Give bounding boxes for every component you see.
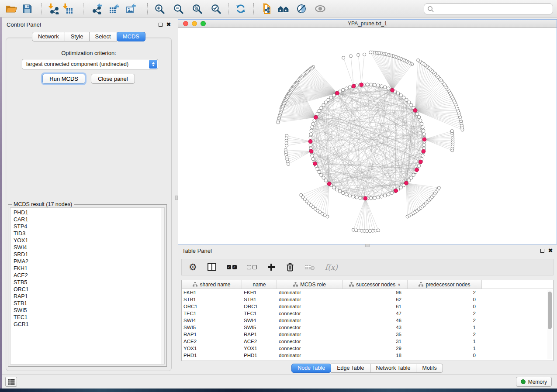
export-image-icon[interactable]: [124, 1, 138, 16]
graph-leaf-node[interactable]: [437, 186, 440, 189]
open-session-icon[interactable]: [3, 1, 18, 16]
graph-mcds-hub-node[interactable]: [391, 88, 394, 92]
table-row[interactable]: TEC1TEC1connector472: [182, 310, 553, 317]
column-header-successor-nodes[interactable]: successor nodes∨: [343, 280, 408, 289]
cell[interactable]: 43: [343, 325, 408, 330]
search-box[interactable]: [424, 3, 553, 14]
graph-node[interactable]: [327, 98, 330, 102]
graph-node[interactable]: [412, 173, 415, 177]
graph-node[interactable]: [399, 94, 403, 97]
import-table-icon[interactable]: [60, 1, 75, 16]
column-header-name[interactable]: name: [242, 280, 277, 289]
graph-node[interactable]: [417, 116, 421, 119]
graph-leaf-node[interactable]: [417, 59, 420, 62]
graph-node[interactable]: [369, 83, 373, 86]
float-panel-icon[interactable]: [159, 23, 163, 27]
mcds-result-item[interactable]: YOX1: [14, 237, 164, 244]
mcds-result-item[interactable]: STB1: [14, 300, 164, 307]
tab-motifs[interactable]: Motifs: [416, 364, 443, 373]
graph-leaf-node[interactable]: [369, 51, 372, 54]
delete-icon[interactable]: [286, 262, 294, 272]
cell[interactable]: 0: [408, 353, 482, 358]
graph-node[interactable]: [335, 188, 339, 191]
style-toggle-icon[interactable]: [294, 1, 309, 16]
cell[interactable]: SWI4: [242, 318, 277, 323]
graph-node[interactable]: [322, 176, 325, 179]
cell[interactable]: connector: [277, 339, 343, 344]
cell[interactable]: 35: [343, 332, 408, 337]
graph-node[interactable]: [410, 103, 413, 107]
graph-node[interactable]: [390, 191, 394, 195]
add-icon[interactable]: [267, 263, 276, 272]
mcds-result-item[interactable]: GCR1: [14, 321, 164, 328]
mcds-result-item[interactable]: STP4: [14, 223, 164, 230]
cell[interactable]: dominator: [277, 332, 343, 337]
graph-leaf-node[interactable]: [277, 121, 280, 124]
gear-icon[interactable]: ⚙: [189, 263, 197, 272]
graph-node[interactable]: [359, 196, 362, 200]
cell[interactable]: YOX1: [182, 346, 242, 351]
cell[interactable]: 0: [408, 304, 482, 309]
table-panel-grip[interactable]: [365, 244, 370, 247]
table-row[interactable]: YOX1YOX1connector291: [182, 345, 553, 352]
table-row[interactable]: SWI5SWI5connector431: [182, 324, 553, 331]
table-scrollbar[interactable]: [547, 290, 552, 359]
graph-mcds-hub-node[interactable]: [422, 138, 426, 141]
graph-node[interactable]: [332, 186, 336, 189]
tab-select[interactable]: Select: [90, 32, 117, 41]
graph-leaf-node[interactable]: [285, 144, 288, 147]
graph-leaf-node[interactable]: [377, 229, 380, 232]
table-row[interactable]: STB1STB1dominator620: [182, 296, 553, 303]
show-hide-icon[interactable]: [313, 1, 328, 16]
cell[interactable]: ORC1: [242, 304, 277, 309]
cell[interactable]: 31: [343, 339, 408, 344]
cell[interactable]: YOX1: [242, 346, 277, 351]
close-table-panel-icon[interactable]: ✖: [548, 248, 553, 253]
cell[interactable]: 61: [343, 304, 408, 309]
graph-leaf-node[interactable]: [450, 130, 453, 133]
tab-edge-table[interactable]: Edge Table: [331, 364, 370, 373]
cell[interactable]: dominator: [277, 290, 343, 295]
graph-mcds-hub-node[interactable]: [422, 149, 426, 153]
graph-node[interactable]: [309, 133, 313, 136]
first-neighbors-icon[interactable]: [276, 1, 291, 16]
memory-button[interactable]: Memory: [516, 377, 552, 387]
graph-node[interactable]: [309, 136, 312, 140]
tab-network[interactable]: Network: [32, 32, 65, 41]
cell[interactable]: ACE2: [182, 339, 242, 344]
graph-leaf-node[interactable]: [326, 215, 329, 218]
graph-node[interactable]: [322, 103, 325, 107]
float-table-panel-icon[interactable]: [540, 249, 544, 253]
mcds-result-item[interactable]: TEC1: [14, 314, 164, 321]
graph-node[interactable]: [352, 195, 355, 199]
graph-mcds-hub-node[interactable]: [419, 160, 422, 164]
mcds-result-item[interactable]: STB5: [14, 279, 164, 286]
table-row[interactable]: ORC1ORC1dominator610: [182, 303, 553, 310]
mcds-result-item[interactable]: RAP1: [14, 293, 164, 300]
tab-network-table[interactable]: Network Table: [370, 364, 417, 373]
graph-node[interactable]: [410, 176, 413, 179]
graph-node[interactable]: [396, 92, 400, 95]
panel-menu-button[interactable]: [5, 377, 17, 387]
cell[interactable]: dominator: [277, 353, 343, 358]
graph-node[interactable]: [384, 86, 387, 89]
cell[interactable]: 96: [343, 290, 408, 295]
cell[interactable]: 29: [343, 346, 408, 351]
mcds-result-list[interactable]: PHD1CAR1STP4TID3YOX1SWI4SRD1PMA2FKH1ACE2…: [10, 207, 165, 364]
cell[interactable]: 62: [343, 297, 408, 302]
graph-node[interactable]: [407, 179, 411, 182]
graph-mcds-hub-node[interactable]: [308, 140, 312, 144]
cell[interactable]: 47: [343, 311, 408, 316]
graph-node[interactable]: [421, 126, 425, 129]
graph-node[interactable]: [316, 112, 319, 116]
tab-node-table[interactable]: Node Table: [291, 364, 331, 373]
graph-node[interactable]: [377, 196, 380, 199]
graph-node[interactable]: [421, 154, 425, 158]
select-all-icon[interactable]: ✓✓: [227, 265, 237, 269]
cell[interactable]: 1: [408, 346, 482, 351]
mcds-result-item[interactable]: ORC1: [14, 286, 164, 293]
graph-node[interactable]: [318, 109, 321, 113]
cell[interactable]: RAP1: [242, 332, 277, 337]
table-row[interactable]: ACE2ACE2connector311: [182, 338, 553, 345]
cell[interactable]: PHD1: [242, 353, 277, 358]
